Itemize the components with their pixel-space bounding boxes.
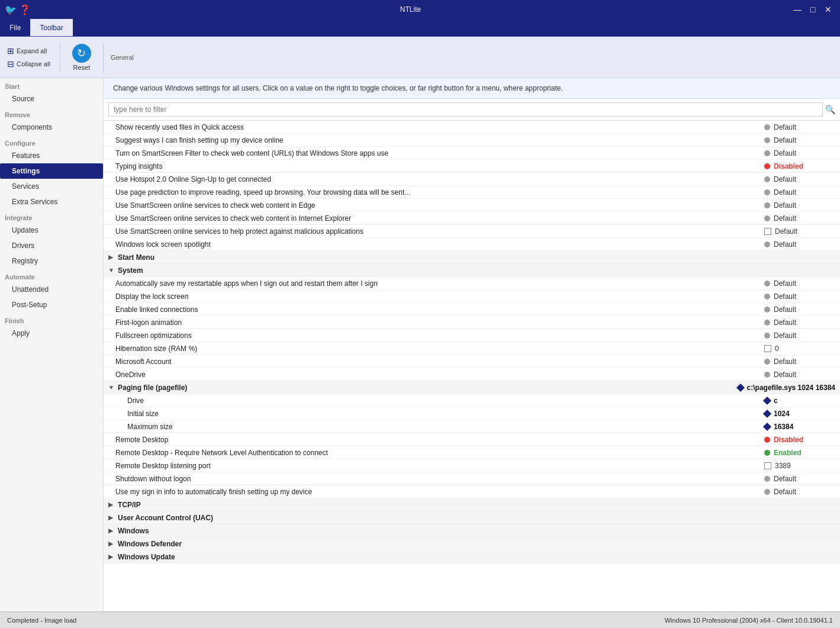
reset-button[interactable]: ↻ Reset [67,41,96,73]
menu-file[interactable]: File [0,19,30,36]
row-name: Remote Desktop listening port [115,462,764,470]
sidebar-item-services[interactable]: Services [0,179,103,194]
status-value: Default [774,292,796,301]
settings-row-fullscreen-optimizations[interactable]: Fullscreen optimizationsDefault [104,329,840,342]
row-status[interactable]: Default [764,149,835,157]
chevron-icon: ▶ [108,514,117,521]
row-status[interactable]: Default [764,371,835,379]
settings-row-hotspot[interactable]: Use Hotspot 2.0 Online Sign-Up to get co… [104,173,840,186]
status-dot [764,320,770,326]
row-status[interactable]: Default [764,331,835,340]
settings-row-smartscreen-malicious[interactable]: Use SmartScreen online services to help … [104,225,840,238]
settings-row-start-menu-header[interactable]: ▶Start Menu [104,251,840,264]
row-name: First-logon animation [115,318,764,327]
settings-row-smartscreen-urls[interactable]: Turn on SmartScreen Filter to check web … [104,147,840,160]
row-name: Hibernation size (RAM %) [115,344,764,353]
sidebar-item-apply[interactable]: Apply [0,326,103,341]
row-status[interactable]: Default [764,292,835,301]
status-dot [764,307,770,313]
row-status[interactable]: 0 [764,344,835,353]
row-status[interactable]: Default [764,488,835,496]
settings-row-system-header[interactable]: ▼System [104,264,840,277]
row-status[interactable]: Default [764,214,835,223]
settings-row-linked-connections[interactable]: Enable linked connectionsDefault [104,303,840,316]
settings-row-windows-update-header[interactable]: ▶Windows Update [104,550,840,563]
settings-row-hibernation-size[interactable]: Hibernation size (RAM %)0 [104,342,840,355]
row-status[interactable]: 1024 [764,410,835,418]
settings-row-tcp-ip-header[interactable]: ▶TCP/IP [104,498,840,511]
row-status[interactable]: Default [764,358,835,366]
row-status[interactable]: Default [764,123,835,131]
sidebar-item-post-setup[interactable]: Post-Setup [0,297,103,313]
sidebar-item-settings[interactable]: Settings [0,163,103,179]
sidebar-item-updates[interactable]: Updates [0,223,103,238]
settings-row-page-prediction[interactable]: Use page prediction to improve reading, … [104,186,840,199]
title-bar-icons: 🐦 ❓ [5,4,31,15]
status-value: Enabled [774,449,802,457]
sidebar-section-start: Start [0,78,103,91]
row-status[interactable]: Default [764,136,835,144]
settings-row-show-recently-used[interactable]: Show recently used files in Quick access… [104,121,840,134]
settings-row-remote-desktop-nla[interactable]: Remote Desktop - Require Network Level A… [104,446,840,459]
settings-row-auto-save-restartable[interactable]: Automatically save my restartable apps w… [104,277,840,290]
expand-all-button[interactable]: ⊞ Expand all [5,45,53,57]
sidebar-item-extra-services[interactable]: Extra Services [0,194,103,210]
row-status[interactable]: Default [764,188,835,197]
sidebar-item-components[interactable]: Components [0,120,103,135]
row-name: System [118,266,835,275]
settings-row-remote-desktop-port[interactable]: Remote Desktop listening port3389 [104,459,840,472]
sidebar-item-features[interactable]: Features [0,148,103,163]
settings-row-windows-defender-header[interactable]: ▶Windows Defender [104,537,840,550]
close-button[interactable]: ✕ [821,2,835,17]
settings-row-first-logon-animation[interactable]: First-logon animationDefault [104,316,840,329]
row-status[interactable]: Default [764,475,835,483]
row-status[interactable]: Default [764,175,835,183]
settings-row-pagefile-max[interactable]: Maximum size16384 [104,420,840,433]
row-status[interactable]: Enabled [764,449,835,457]
sidebar-item-drivers[interactable]: Drivers [0,238,103,253]
settings-row-typing-insights[interactable]: Typing insightsDisabled [104,160,840,173]
settings-row-pagefile-drive[interactable]: Drivec [104,394,840,407]
row-status[interactable]: Disabled [764,436,835,444]
status-value: Default [774,123,796,131]
expand-collapse-group: ⊞ Expand all ⊟ Collapse all [5,45,53,70]
sidebar-item-registry[interactable]: Registry [0,253,103,269]
row-status[interactable]: Default [764,201,835,210]
row-status[interactable]: Default [764,227,835,236]
help-icon[interactable]: ❓ [19,4,31,15]
minimize-button[interactable]: — [790,2,804,17]
sidebar-item-unattended[interactable]: Unattended [0,282,103,297]
settings-row-remote-desktop[interactable]: Remote DesktopDisabled [104,433,840,446]
settings-row-pagefile-initial[interactable]: Initial size1024 [104,407,840,420]
settings-row-smartscreen-edge[interactable]: Use SmartScreen online services to check… [104,199,840,212]
row-status[interactable]: Default [764,240,835,249]
collapse-all-button[interactable]: ⊟ Collapse all [5,58,53,70]
settings-row-windows-header[interactable]: ▶Windows [104,524,840,537]
twitter-icon[interactable]: 🐦 [5,4,17,15]
row-status[interactable]: Disabled [764,162,835,170]
row-status[interactable]: c:\pagefile.sys 1024 16384 [738,384,835,392]
row-status[interactable]: 3389 [764,462,835,470]
maximize-button[interactable]: □ [806,2,820,17]
settings-row-display-lock-screen[interactable]: Display the lock screenDefault [104,290,840,303]
settings-row-smartscreen-ie[interactable]: Use SmartScreen online services to check… [104,212,840,225]
settings-row-microsoft-account[interactable]: Microsoft AccountDefault [104,355,840,368]
row-status[interactable]: c [764,397,835,405]
row-status[interactable]: Default [764,279,835,288]
settings-row-shutdown-no-logon[interactable]: Shutdown without logonDefault [104,472,840,485]
row-status[interactable]: Default [764,305,835,314]
settings-row-pagefile-header[interactable]: ▼Paging file (pagefile)c:\pagefile.sys 1… [104,381,840,394]
filter-input[interactable] [108,102,823,117]
reset-icon: ↻ [72,44,91,63]
row-status[interactable]: Default [764,318,835,327]
settings-row-uac-header[interactable]: ▶User Account Control (UAC) [104,511,840,524]
status-dot [764,215,770,221]
menu-toolbar[interactable]: Toolbar [30,19,72,36]
settings-row-suggest-device[interactable]: Suggest ways I can finish setting up my … [104,134,840,147]
settings-row-lockscreen-spotlight[interactable]: Windows lock screen spotlightDefault [104,238,840,251]
row-status[interactable]: 16384 [764,423,835,431]
settings-row-sign-in-info[interactable]: Use my sign in info to automatically fin… [104,485,840,498]
filter-bar: 🔍 [104,99,840,121]
settings-row-onedrive[interactable]: OneDriveDefault [104,368,840,381]
sidebar-item-source[interactable]: Source [0,91,103,107]
